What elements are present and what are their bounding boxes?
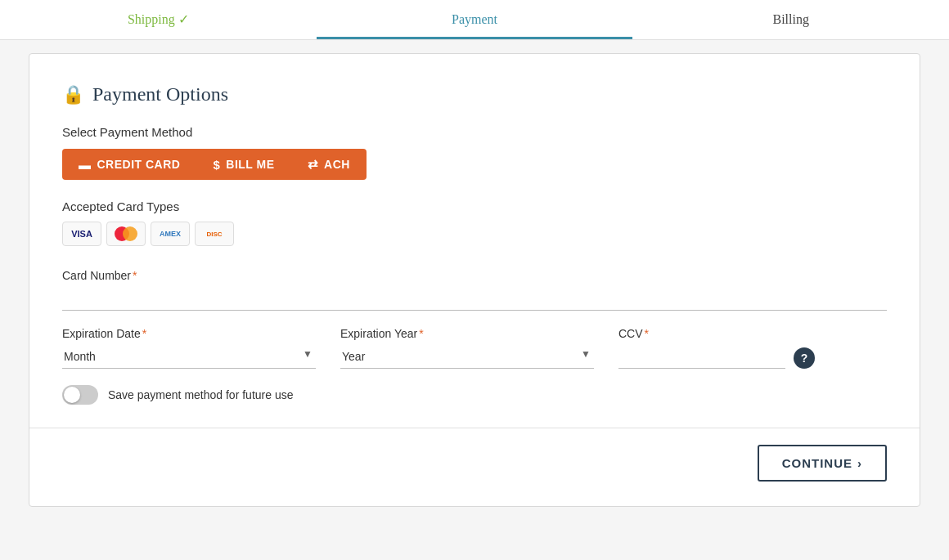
page-title-text: Payment Options <box>92 83 228 105</box>
ccv-input[interactable] <box>618 345 785 369</box>
save-toggle-row: Save payment method for future use <box>62 385 887 405</box>
tab-ach[interactable]: ⇄ ACH <box>291 149 367 180</box>
mastercard-icon <box>106 222 146 246</box>
amex-icon: AMEX <box>151 222 190 246</box>
bottom-row: CONTINUE › <box>62 445 887 482</box>
continue-arrow-icon: › <box>857 456 862 470</box>
save-toggle-label: Save payment method for future use <box>108 388 293 401</box>
step-payment-label: Payment <box>452 12 497 26</box>
card-types-label: Accepted Card Types <box>62 199 887 213</box>
tab-bill-me[interactable]: $ BILL ME <box>196 149 290 180</box>
ccv-help-icon[interactable]: ? <box>794 347 815 369</box>
page-title: 🔒 Payment Options <box>62 83 887 105</box>
continue-button[interactable]: CONTINUE › <box>758 445 887 482</box>
expiration-year-select-wrapper: Year 2024 2025 2026 2027 2028 2029 2030 … <box>340 345 594 369</box>
expiration-date-select[interactable]: Month 01 - January 02 - February 03 - Ma… <box>62 345 316 369</box>
discover-icon: DISC <box>195 222 234 246</box>
step-shipping-check: ✓ <box>178 12 189 26</box>
transfer-icon: ⇄ <box>308 157 319 172</box>
expiration-date-group: Expiration Date* Month 01 - January 02 -… <box>62 327 316 369</box>
ccv-label: CCV* <box>618 327 815 340</box>
expiration-year-group: Expiration Year* Year 2024 2025 2026 202… <box>340 327 594 369</box>
expiration-year-label: Expiration Year* <box>340 327 594 340</box>
svg-point-1 <box>123 226 137 241</box>
expiration-row: Expiration Date* Month 01 - January 02 -… <box>62 327 887 369</box>
card-number-label: Card Number* <box>62 269 887 282</box>
lock-icon: 🔒 <box>62 84 84 105</box>
save-toggle[interactable] <box>62 385 98 405</box>
dollar-icon: $ <box>213 158 220 172</box>
step-billing-label: Billing <box>772 12 808 26</box>
ccv-input-row: ? <box>618 345 815 369</box>
expiration-date-select-wrapper: Month 01 - January 02 - February 03 - Ma… <box>62 345 316 369</box>
section-divider <box>29 428 920 428</box>
step-billing[interactable]: Billing <box>632 12 949 39</box>
step-shipping[interactable]: Shipping✓ <box>0 11 317 39</box>
step-payment[interactable]: Payment <box>317 12 633 39</box>
visa-icon: VISA <box>62 222 101 246</box>
tab-credit-card[interactable]: ▬ CREDIT CARD <box>62 149 196 180</box>
tab-credit-card-label: CREDIT CARD <box>97 158 181 171</box>
card-number-input[interactable] <box>62 287 887 311</box>
toggle-knob <box>64 387 80 403</box>
method-tabs: ▬ CREDIT CARD $ BILL ME ⇄ ACH <box>62 149 887 180</box>
payment-card: 🔒 Payment Options Select Payment Method … <box>29 53 920 507</box>
tab-ach-label: ACH <box>324 158 350 171</box>
credit-card-icon: ▬ <box>79 158 92 172</box>
step-shipping-label: Shipping <box>128 12 175 26</box>
continue-label: CONTINUE <box>782 456 852 470</box>
card-icons: VISA AMEX DISC <box>62 222 887 246</box>
tab-bill-me-label: BILL ME <box>226 158 274 171</box>
steps-bar: Shipping✓ Payment Billing <box>0 0 949 40</box>
expiration-year-select[interactable]: Year 2024 2025 2026 2027 2028 2029 2030 <box>340 345 594 369</box>
payment-method-label: Select Payment Method <box>62 125 887 139</box>
card-number-group: Card Number* <box>62 269 887 311</box>
expiration-date-label: Expiration Date* <box>62 327 316 340</box>
ccv-group: CCV* ? <box>618 327 815 369</box>
